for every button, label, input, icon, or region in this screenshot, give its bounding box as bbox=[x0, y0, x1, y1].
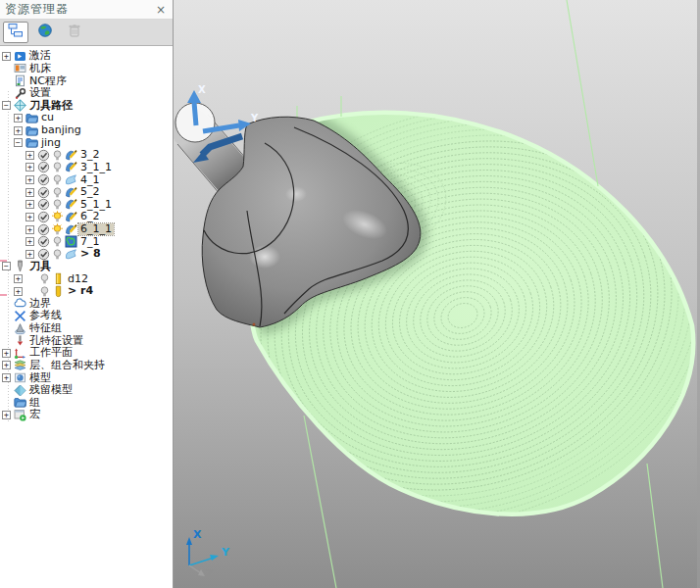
visibility-bulb-icon[interactable] bbox=[38, 272, 51, 285]
tree-item[interactable]: −刀具 bbox=[0, 261, 173, 273]
tree-item[interactable]: 组 bbox=[0, 397, 173, 410]
tree-item[interactable]: 边界 bbox=[0, 298, 173, 311]
tree-item[interactable]: +> 8 bbox=[0, 248, 173, 261]
tree-item-label[interactable]: 6_2 bbox=[78, 211, 102, 222]
expander-toggle-icon[interactable]: + bbox=[14, 287, 23, 296]
folder-icon bbox=[25, 124, 38, 137]
close-icon[interactable]: × bbox=[154, 3, 168, 17]
tree-item-label[interactable]: 层、组合和夹持 bbox=[27, 360, 107, 371]
tree-item[interactable]: 参考线 bbox=[0, 310, 173, 322]
tree-item[interactable]: +模型 bbox=[0, 371, 173, 384]
tree-item[interactable]: +层、组合和夹持 bbox=[0, 360, 173, 372]
tree-item[interactable]: −jing bbox=[0, 136, 173, 149]
tree-item-label[interactable]: 边界 bbox=[27, 298, 53, 310]
hierarchy-button[interactable] bbox=[3, 22, 28, 43]
tree-item[interactable]: NC程序 bbox=[0, 74, 173, 87]
tree-item-label[interactable]: 5_1_1 bbox=[78, 199, 114, 211]
expander-toggle-icon[interactable]: + bbox=[25, 151, 34, 160]
tree-item-label[interactable]: jing bbox=[39, 137, 63, 149]
expander-toggle-icon[interactable]: − bbox=[14, 138, 23, 147]
expander-toggle-icon[interactable]: + bbox=[25, 225, 34, 234]
expander-toggle-icon[interactable]: + bbox=[25, 188, 34, 197]
visibility-bulb-icon[interactable] bbox=[51, 173, 64, 186]
tree-item-label[interactable]: 宏 bbox=[27, 409, 42, 420]
tree-item-label[interactable]: 6_1_1 bbox=[78, 223, 114, 235]
tree-item-label[interactable]: 刀具 bbox=[27, 261, 53, 272]
visibility-bulb-icon[interactable] bbox=[38, 285, 51, 298]
tree-item-label[interactable]: 3_1_1 bbox=[78, 162, 114, 173]
tree-item-label[interactable]: 特征组 bbox=[27, 322, 64, 334]
tree-item-label[interactable]: 刀具路径 bbox=[27, 100, 75, 112]
tree-item-label[interactable]: 机床 bbox=[27, 63, 53, 74]
expander-toggle-icon[interactable]: + bbox=[25, 237, 34, 246]
tree-item-label[interactable]: 设置 bbox=[27, 87, 53, 99]
visibility-bulb-icon[interactable] bbox=[51, 211, 64, 223]
tree-item[interactable]: +6_1_1 bbox=[0, 223, 173, 236]
visibility-bulb-icon[interactable] bbox=[51, 223, 64, 236]
tree-item-label[interactable]: 模型 bbox=[27, 372, 53, 384]
expander-toggle-icon[interactable]: − bbox=[2, 101, 11, 110]
trash-button[interactable] bbox=[62, 22, 87, 43]
tree-item[interactable]: +宏 bbox=[0, 409, 173, 421]
visibility-bulb-icon[interactable] bbox=[51, 186, 64, 199]
visibility-bulb-icon[interactable] bbox=[51, 149, 64, 162]
calculated-check-icon bbox=[37, 186, 50, 199]
expander-toggle-icon[interactable]: + bbox=[2, 411, 11, 419]
tree-item-label[interactable]: > 8 bbox=[78, 248, 103, 260]
tree-item-label[interactable]: 5_2 bbox=[78, 186, 102, 198]
expander-toggle-icon[interactable]: + bbox=[14, 114, 23, 122]
tree-item[interactable]: −刀具路径 bbox=[0, 100, 173, 113]
tree-item-label[interactable]: d12 bbox=[66, 273, 90, 285]
tree-item[interactable]: +cu bbox=[0, 112, 173, 124]
tree-item-label[interactable]: 7_1 bbox=[78, 236, 102, 248]
tree-item[interactable]: +6_2 bbox=[0, 211, 173, 223]
tree-item[interactable]: 残留模型 bbox=[0, 384, 173, 397]
tree-item[interactable]: +7_1 bbox=[0, 235, 173, 248]
tree-item[interactable]: +banjing bbox=[0, 124, 173, 137]
expander-toggle-icon[interactable]: + bbox=[2, 361, 11, 369]
tree-item[interactable]: +激活 bbox=[0, 50, 173, 63]
tree-item[interactable]: +4_1 bbox=[0, 173, 173, 186]
tree-item-label[interactable]: banjing bbox=[39, 124, 83, 136]
tree-item-label[interactable]: 激活 bbox=[27, 50, 53, 62]
visibility-bulb-icon[interactable] bbox=[51, 235, 64, 248]
tree-item-label[interactable]: > r4 bbox=[66, 285, 95, 297]
tree-item-label[interactable]: 组 bbox=[27, 397, 42, 409]
expander-toggle-icon[interactable]: + bbox=[2, 52, 11, 61]
tree-item-label[interactable]: 参考线 bbox=[27, 310, 64, 321]
macros-icon bbox=[14, 409, 26, 421]
visibility-bulb-icon[interactable] bbox=[51, 161, 64, 173]
expander-toggle-icon[interactable]: + bbox=[25, 175, 34, 184]
tree-item-label[interactable]: 残留模型 bbox=[27, 384, 75, 396]
tree-item[interactable]: +3_2 bbox=[0, 149, 173, 162]
tree-item-label[interactable]: 3_2 bbox=[78, 149, 102, 161]
tree-item[interactable]: +5_1_1 bbox=[0, 199, 173, 212]
tree-item[interactable]: +> r4 bbox=[0, 285, 173, 298]
expander-toggle-icon[interactable]: + bbox=[14, 274, 23, 283]
tree-item[interactable]: +工作平面 bbox=[0, 347, 173, 360]
tree-item-label[interactable]: 孔特征设置 bbox=[27, 335, 85, 347]
tree-item-label[interactable]: NC程序 bbox=[27, 75, 69, 87]
tree-item[interactable]: 孔特征设置 bbox=[0, 334, 173, 347]
tree-item[interactable]: +3_1_1 bbox=[0, 162, 173, 174]
globe-button[interactable] bbox=[32, 22, 58, 43]
expander-toggle-icon[interactable]: + bbox=[2, 349, 11, 358]
expander-toggle-icon[interactable]: + bbox=[25, 213, 34, 221]
expander-toggle-icon[interactable]: + bbox=[14, 126, 23, 135]
tree-item[interactable]: 机床 bbox=[0, 63, 173, 75]
tree-item[interactable]: 特征组 bbox=[0, 322, 173, 335]
tree-item-label[interactable]: 工作平面 bbox=[27, 347, 75, 359]
visibility-bulb-icon[interactable] bbox=[51, 198, 64, 211]
expander-toggle-icon[interactable]: − bbox=[2, 262, 11, 270]
tree-item[interactable]: 设置 bbox=[0, 87, 173, 100]
visibility-bulb-icon[interactable] bbox=[51, 248, 64, 261]
expander-toggle-icon[interactable]: + bbox=[2, 373, 11, 382]
expander-toggle-icon[interactable]: + bbox=[25, 250, 34, 259]
expander-toggle-icon[interactable]: + bbox=[25, 200, 34, 209]
viewport-3d[interactable]: X Y X Y Z bbox=[174, 0, 700, 588]
expander-toggle-icon[interactable]: + bbox=[25, 163, 34, 172]
tree-item-label[interactable]: 4_1 bbox=[78, 174, 102, 186]
tree-item-label[interactable]: cu bbox=[39, 112, 56, 123]
tree-item[interactable]: +5_2 bbox=[0, 186, 173, 199]
tree-item[interactable]: +d12 bbox=[0, 272, 173, 285]
